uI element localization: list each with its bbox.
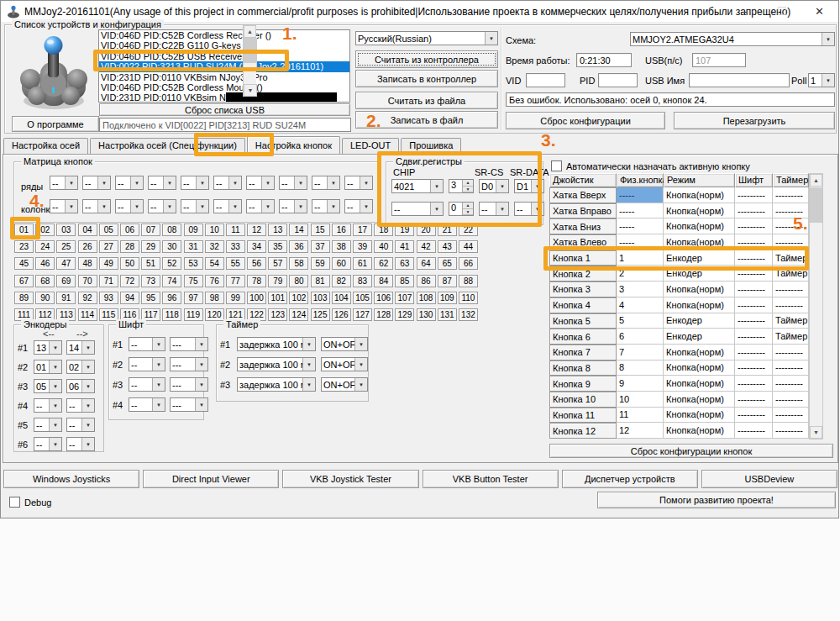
table-cell[interactable]: --------- (735, 266, 773, 282)
matrix-cols-combo[interactable]: --▼ (82, 199, 111, 213)
chevron-down-icon[interactable]: ▼ (496, 203, 508, 215)
grid-button-28[interactable]: 28 (120, 240, 139, 253)
joystick-button-cell[interactable]: Хатка Вправо (549, 203, 617, 219)
encoder-left-select[interactable]: 01▼ (34, 360, 62, 374)
grid-button-08[interactable]: 08 (162, 224, 181, 236)
chevron-down-icon[interactable]: ▼ (81, 341, 94, 354)
chevron-down-icon[interactable]: ▼ (196, 200, 208, 213)
auto-assign-checkbox[interactable] (551, 161, 562, 171)
table-cell[interactable]: Кнопка(норм) (664, 187, 735, 203)
scroll-up-icon[interactable]: ▲ (810, 174, 822, 187)
chevron-down-icon[interactable]: ▼ (163, 176, 176, 189)
encoder-right-select[interactable]: 14▼ (66, 340, 95, 355)
spin-up-icon[interactable]: ▲ (463, 203, 473, 209)
scroll-down-icon[interactable]: ▼ (244, 84, 257, 97)
chevron-down-icon[interactable]: ▼ (49, 360, 61, 373)
joystick-button-cell[interactable]: Хатка Вниз (549, 218, 617, 234)
table-cell[interactable]: --------- (735, 360, 773, 376)
table-cell[interactable]: Кнопка(норм) (664, 203, 735, 219)
device-list-scrollbar[interactable]: ▲ ▼ (243, 25, 256, 97)
grid-button-99[interactable]: 99 (226, 292, 245, 304)
chevron-down-icon[interactable]: ▼ (531, 203, 543, 215)
grid-button-89[interactable]: 89 (14, 292, 34, 304)
chevron-down-icon[interactable]: ▼ (81, 360, 94, 373)
grid-button-63[interactable]: 63 (395, 257, 414, 270)
grid-button-31[interactable]: 31 (184, 240, 203, 253)
chevron-down-icon[interactable]: ▼ (152, 338, 165, 350)
table-cell[interactable]: 2 (617, 266, 664, 282)
poll-select[interactable]: 1 ▼ (808, 73, 835, 87)
grid-button-19[interactable]: 19 (395, 224, 414, 236)
encoder-left-select[interactable]: --▼ (34, 437, 62, 451)
device-list-item[interactable]: VID:0022 PID:3213 RUD SU24M (MMJoy2-2016… (99, 61, 349, 71)
grid-button-76[interactable]: 76 (205, 275, 224, 287)
table-cell[interactable]: Кнопка(норм) (664, 282, 735, 297)
grid-button-36[interactable]: 36 (289, 240, 308, 253)
grid-button-21[interactable]: 21 (438, 224, 457, 236)
joystick-button-cell[interactable]: Кнопка 1 (549, 250, 617, 266)
grid-button-119[interactable]: 119 (184, 308, 203, 321)
chevron-down-icon[interactable]: ▼ (81, 418, 94, 431)
chevron-down-icon[interactable]: ▼ (302, 338, 315, 350)
grid-button-73[interactable]: 73 (141, 275, 160, 287)
chevron-down-icon[interactable]: ▼ (261, 176, 274, 189)
table-cell[interactable]: 9 (617, 376, 664, 392)
encoder-left-select[interactable]: --▼ (34, 398, 62, 413)
encoder-left-select[interactable]: 05▼ (34, 379, 62, 393)
chevron-down-icon[interactable]: ▼ (360, 176, 372, 189)
tool-button[interactable]: Windows Joysticks (3, 470, 139, 488)
grid-button-93[interactable]: 93 (99, 292, 118, 304)
chevron-down-icon[interactable]: ▼ (327, 176, 339, 189)
grid-button-35[interactable]: 35 (268, 240, 287, 253)
table-cell[interactable]: --------- (735, 297, 773, 313)
scrollbar-thumb[interactable] (244, 38, 257, 63)
device-list-item[interactable]: VID:046D PID:C22B G110 G-keys () (99, 40, 349, 50)
chevron-down-icon[interactable]: ▼ (294, 200, 307, 213)
joystick-button-cell[interactable]: Кнопка 12 (549, 423, 617, 439)
grid-button-80[interactable]: 80 (289, 275, 308, 287)
chevron-down-icon[interactable]: ▼ (354, 338, 367, 350)
chevron-down-icon[interactable]: ▼ (430, 180, 443, 192)
chevron-down-icon[interactable]: ▼ (195, 338, 207, 350)
grid-button-20[interactable]: 20 (417, 224, 436, 236)
grid-button-78[interactable]: 78 (247, 275, 266, 287)
joystick-button-cell[interactable]: Кнопка 4 (549, 297, 617, 313)
sr-cs-select[interactable]: D0▼ (479, 179, 509, 193)
table-cell[interactable]: Кнопка(норм) (664, 408, 735, 424)
chevron-down-icon[interactable]: ▼ (49, 418, 61, 431)
chevron-down-icon[interactable]: ▼ (430, 203, 443, 215)
grid-button-29[interactable]: 29 (141, 240, 160, 253)
grid-button-91[interactable]: 91 (56, 292, 76, 304)
chevron-down-icon[interactable]: ▼ (327, 200, 339, 213)
grid-button-33[interactable]: 33 (226, 240, 245, 253)
chevron-down-icon[interactable]: ▼ (65, 200, 77, 213)
joystick-button-cell[interactable]: Кнопка 6 (549, 329, 617, 345)
chevron-down-icon[interactable]: ▼ (531, 180, 543, 192)
grid-button-75[interactable]: 75 (184, 275, 203, 287)
chevron-down-icon[interactable]: ▼ (49, 438, 61, 450)
donate-button[interactable]: Помоги развитию проекта! (597, 492, 836, 508)
grid-button-82[interactable]: 82 (332, 275, 351, 287)
spin-up-icon[interactable]: ▲ (463, 180, 473, 187)
table-cell[interactable]: --------- (735, 408, 773, 424)
grid-button-101[interactable]: 101 (268, 292, 287, 304)
table-cell[interactable]: Таймер 1 (773, 266, 809, 282)
chevron-down-icon[interactable]: ▼ (152, 378, 165, 391)
table-cell[interactable]: --------- (773, 408, 809, 424)
table-cell[interactable]: Кнопка(норм) (664, 218, 735, 234)
table-cell[interactable]: --------- (735, 329, 773, 345)
grid-button-42[interactable]: 42 (417, 240, 436, 253)
chevron-down-icon[interactable]: ▼ (360, 200, 372, 213)
table-cell[interactable]: --------- (735, 187, 773, 203)
grid-button-60[interactable]: 60 (332, 257, 351, 270)
table-cell[interactable]: --------- (773, 218, 809, 234)
table-cell[interactable]: ----- (617, 218, 664, 234)
table-cell[interactable]: 4 (617, 297, 664, 313)
grid-button-88[interactable]: 88 (459, 275, 478, 287)
shift-button-select[interactable]: --▼ (129, 357, 165, 371)
grid-button-30[interactable]: 30 (162, 240, 181, 253)
grid-button-102[interactable]: 102 (289, 292, 308, 304)
timer-mode-select[interactable]: ON+OFF▼ (321, 377, 368, 392)
table-cell[interactable]: Кнопка(норм) (664, 345, 735, 360)
chevron-down-icon[interactable]: ▼ (294, 176, 307, 189)
